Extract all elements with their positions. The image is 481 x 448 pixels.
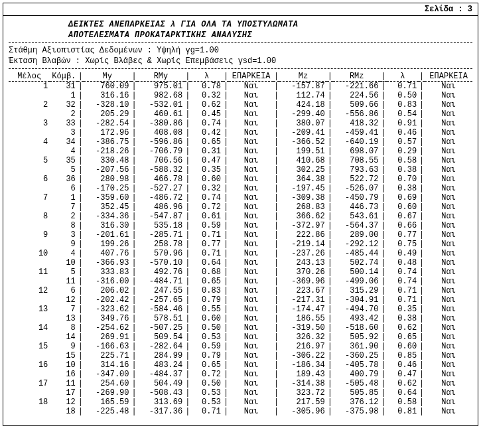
cell-mel: 4 <box>9 137 50 147</box>
col-sep: | <box>327 72 333 82</box>
cell-sep: | <box>327 82 333 91</box>
cell-sep: | <box>380 82 386 91</box>
cell-sep: | <box>273 230 279 240</box>
cell-e1: Ναι <box>229 221 273 230</box>
cell-mel <box>9 240 50 249</box>
col-sep: | <box>419 72 425 82</box>
cell-sep: | <box>419 221 425 230</box>
cell-sep: | <box>273 165 279 175</box>
cell-l2: 0.65 <box>387 333 419 342</box>
cell-sep: | <box>223 342 229 351</box>
cell-sep: | <box>380 258 386 267</box>
cell-rmy: -317.36 <box>137 407 185 416</box>
cell-rmy: -285.71 <box>137 230 185 240</box>
cell-sep: | <box>273 156 279 165</box>
cell-e2: Ναι <box>425 119 472 128</box>
cell-sep: | <box>78 137 84 147</box>
table-row: 104|407.76|570.96|0.71|Ναι|-237.26|-485.… <box>9 249 472 258</box>
cell-l2: 0.75 <box>387 240 419 249</box>
cell-e2: Ναι <box>425 323 472 333</box>
cell-e1: Ναι <box>229 230 273 240</box>
cell-e2: Ναι <box>425 212 472 221</box>
cell-sep: | <box>78 277 84 286</box>
cell-sep: | <box>78 165 84 175</box>
cell-sep: | <box>131 379 137 388</box>
cell-mel <box>9 333 50 342</box>
cell-sep: | <box>380 249 386 258</box>
cell-sep: | <box>273 314 279 323</box>
cell-sep: | <box>78 230 84 240</box>
cell-sep: | <box>78 110 84 119</box>
cell-rmy: -486.72 <box>137 193 185 202</box>
cell-mz: -369.96 <box>279 277 327 286</box>
cell-l2: 0.48 <box>387 258 419 267</box>
cell-mel <box>9 147 50 156</box>
cell-mz: -372.97 <box>279 221 327 230</box>
cell-sep: | <box>78 314 84 323</box>
cell-rmy: 706.56 <box>137 156 185 165</box>
cell-e2: Ναι <box>425 314 472 323</box>
cell-sep: | <box>327 398 333 407</box>
cell-my: 352.45 <box>84 202 131 212</box>
cell-sep: | <box>223 156 229 165</box>
cell-sep: | <box>327 323 333 333</box>
cell-my: -386.75 <box>84 137 131 147</box>
cell-l1: 0.65 <box>190 360 222 370</box>
cell-l1: 0.72 <box>190 202 222 212</box>
cell-e2: Ναι <box>425 258 472 267</box>
cell-l1: 0.71 <box>190 249 222 258</box>
page-content: ΔΕΙΚΤΕΣ ΑΝΕΠΑΡΚΕΙΑΣ λ ΓΙΑ ΟΛΑ ΤΑ ΥΠΟΣΤΥΛ… <box>3 16 478 425</box>
cell-l2: 0.83 <box>387 100 419 110</box>
cell-sep: | <box>380 193 386 202</box>
cell-rmz: -405.78 <box>333 360 381 370</box>
cell-sep: | <box>327 249 333 258</box>
cell-rmz: -221.66 <box>333 82 381 91</box>
cell-sep: | <box>380 128 386 137</box>
cell-l2: 0.38 <box>387 184 419 193</box>
cell-sep: | <box>380 398 386 407</box>
cell-e2: Ναι <box>425 147 472 156</box>
cell-sep: | <box>327 165 333 175</box>
cell-sep: | <box>223 119 229 128</box>
col-sep: | <box>131 72 137 82</box>
cell-sep: | <box>184 212 190 221</box>
cell-sep: | <box>184 165 190 175</box>
cell-sep: | <box>380 267 386 277</box>
cell-e1: Ναι <box>229 240 273 249</box>
cell-e2: Ναι <box>425 398 472 407</box>
cell-sep: | <box>223 184 229 193</box>
cell-sep: | <box>78 333 84 342</box>
cell-mel: 18 <box>9 398 50 407</box>
col-komv: Κόμβ. <box>50 72 78 82</box>
cell-sep: | <box>327 221 333 230</box>
cell-mel: 10 <box>9 249 50 258</box>
cell-mz: 217.59 <box>279 398 327 407</box>
cell-e2: Ναι <box>425 193 472 202</box>
cell-sep: | <box>184 379 190 388</box>
cell-sep: | <box>131 221 137 230</box>
cell-sep: | <box>273 202 279 212</box>
cell-e1: Ναι <box>229 370 273 379</box>
cell-mel: 3 <box>9 119 50 128</box>
cell-sep: | <box>131 314 137 323</box>
cell-e1: Ναι <box>229 333 273 342</box>
table-row: 12|-202.42|-257.65|0.79|Ναι|-217.31|-304… <box>9 295 472 305</box>
cell-rmz: -640.19 <box>333 137 381 147</box>
cell-rmy: -532.01 <box>137 100 185 110</box>
cell-e2: Ναι <box>425 388 472 398</box>
cell-sep: | <box>273 342 279 351</box>
table-row: 1812|165.59|313.69|0.53|Ναι|217.59|376.1… <box>9 398 472 407</box>
col-lambda: λ <box>190 72 222 82</box>
cell-rmy: 284.99 <box>137 351 185 360</box>
col-sep: | <box>78 72 84 82</box>
cell-sep: | <box>419 342 425 351</box>
cell-sep: | <box>184 351 190 360</box>
cell-sep: | <box>223 323 229 333</box>
cell-sep: | <box>184 100 190 110</box>
cell-sep: | <box>273 240 279 249</box>
cell-sep: | <box>223 202 229 212</box>
cell-e1: Ναι <box>229 202 273 212</box>
cell-rmy: -584.46 <box>137 305 185 314</box>
cell-sep: | <box>184 193 190 202</box>
cell-sep: | <box>380 333 386 342</box>
